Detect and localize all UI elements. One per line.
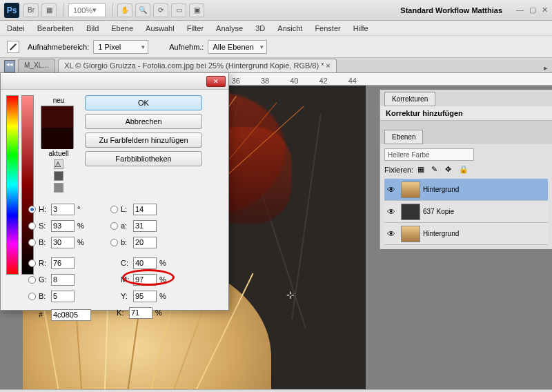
document-tabs: ◂◂ M_XL… XL © Giorgio Gruizza - Fotolia.… xyxy=(0,58,552,73)
dialog-close-button[interactable]: ✕ xyxy=(206,76,226,87)
layer-row-3[interactable]: 👁 Hintergrund xyxy=(384,223,548,245)
sample-size-label: Aufnahmebereich: xyxy=(28,43,89,51)
minibridge-button[interactable]: ▦ xyxy=(41,3,57,17)
a-input[interactable] xyxy=(133,220,157,232)
bridge-button[interactable]: Br xyxy=(23,3,39,17)
r-input[interactable] xyxy=(51,257,75,269)
menu-layer[interactable]: Ebene xyxy=(111,24,133,32)
document-tab-2[interactable]: XL © Giorgio Gruizza - Fotolia.com.jpg b… xyxy=(58,59,337,72)
minimize-icon[interactable]: — xyxy=(516,6,524,14)
menu-analysis[interactable]: Analyse xyxy=(216,24,243,32)
tab-overflow-icon[interactable]: ▸ xyxy=(544,63,548,72)
g-input[interactable] xyxy=(51,274,75,286)
menu-window[interactable]: Fenster xyxy=(315,24,340,32)
dialog-titlebar[interactable]: ✕ xyxy=(1,73,228,90)
visibility-icon[interactable]: 👁 xyxy=(384,207,398,217)
lock-position-icon[interactable]: ✥ xyxy=(445,165,455,175)
layer-thumbnail[interactable] xyxy=(401,182,420,198)
menu-file[interactable]: Datei xyxy=(7,24,25,32)
menu-edit[interactable]: Bearbeiten xyxy=(37,24,74,32)
cube-icon[interactable] xyxy=(54,171,63,181)
eyedropper-icon[interactable] xyxy=(7,41,19,53)
radio-g[interactable] xyxy=(28,276,36,284)
tab-adjustments[interactable]: Korrekturen xyxy=(384,92,435,106)
radio-b-lab[interactable] xyxy=(110,239,118,246)
rotate-view-button[interactable]: ⟳ xyxy=(153,3,168,17)
visibility-icon[interactable]: 👁 xyxy=(384,229,398,239)
current-color-label: aktuell xyxy=(41,150,77,157)
radio-h[interactable] xyxy=(28,206,36,213)
menu-select[interactable]: Auswahl xyxy=(146,24,175,32)
h-input[interactable] xyxy=(51,204,75,215)
lock-transparent-icon[interactable]: ▦ xyxy=(417,165,427,175)
document-tab-1[interactable]: M_XL… xyxy=(18,59,55,72)
b-lab-input[interactable] xyxy=(133,237,157,248)
y-input[interactable] xyxy=(133,291,157,302)
close-icon[interactable]: ✕ xyxy=(542,6,548,14)
color-swatch[interactable] xyxy=(41,106,74,148)
hue-slider[interactable] xyxy=(6,95,19,275)
websafe-icon[interactable] xyxy=(54,183,63,193)
add-swatch-button[interactable]: Zu Farbfeldern hinzufügen xyxy=(85,133,202,148)
color-picker-dialog: ✕ neu aktuell ⚠ OK Abbrechen Zu Farbfeld… xyxy=(0,72,229,311)
warning-icon[interactable]: ⚠ xyxy=(54,159,63,169)
zoom-selector[interactable]: 100% ▾ xyxy=(68,3,106,17)
adjustments-title: Korrektur hinzufügen xyxy=(380,106,552,121)
k-input[interactable] xyxy=(129,307,152,319)
radio-br[interactable] xyxy=(28,239,36,246)
new-color-label: neu xyxy=(41,97,77,104)
cancel-button[interactable]: Abbrechen xyxy=(85,114,202,129)
arrange-button[interactable]: ▭ xyxy=(171,3,186,17)
layer-thumbnail[interactable] xyxy=(401,204,420,220)
visibility-icon[interactable]: 👁 xyxy=(384,185,398,195)
layer-row-1[interactable]: 👁 Hintergrund xyxy=(384,179,548,201)
hex-input[interactable] xyxy=(51,309,91,321)
ok-button[interactable]: OK xyxy=(85,95,202,110)
current-color-swatch xyxy=(41,128,73,149)
br-input[interactable] xyxy=(51,237,75,248)
layer-thumbnail[interactable] xyxy=(401,226,420,242)
menu-view[interactable]: Ansicht xyxy=(277,24,302,32)
lock-pixels-icon[interactable]: ✎ xyxy=(431,165,441,175)
app-titlebar: Ps Br ▦ 100% ▾ ✋ 🔍 ⟳ ▭ ▣ Standard Workfl… xyxy=(0,0,552,21)
tab-close-icon[interactable]: × xyxy=(326,61,330,70)
tab-layers[interactable]: Ebenen xyxy=(384,130,423,144)
radio-s[interactable] xyxy=(28,222,36,230)
blend-mode-dropdown[interactable] xyxy=(384,148,474,161)
photoshop-icon: Ps xyxy=(4,3,19,18)
new-color-swatch xyxy=(41,106,73,128)
lock-label: Fixieren: xyxy=(384,166,413,174)
lock-all-icon[interactable]: 🔒 xyxy=(459,165,469,175)
s-input[interactable] xyxy=(51,220,75,232)
radio-l[interactable] xyxy=(110,206,118,213)
layers-panel: Fixieren: ▦ ✎ ✥ 🔒 👁 Hintergrund 👁 637 Ko… xyxy=(380,144,552,249)
m-input[interactable] xyxy=(133,274,157,286)
menu-3d[interactable]: 3D xyxy=(255,24,265,32)
right-panels: Korrekturen Korrektur hinzufügen Ebenen … xyxy=(379,90,552,249)
workspace-title[interactable]: Standard Workflow Matthias xyxy=(400,6,502,14)
c-input[interactable] xyxy=(133,257,157,269)
menu-image[interactable]: Bild xyxy=(86,24,99,32)
hand-tool-button[interactable]: ✋ xyxy=(117,3,132,17)
color-libraries-button[interactable]: Farbbibliotheken xyxy=(85,151,202,166)
l-input[interactable] xyxy=(133,204,157,215)
sample-layers-label: Aufnehm.: xyxy=(169,43,204,51)
menu-help[interactable]: Hilfe xyxy=(353,24,368,32)
status-bar: 25% | Dok: 28,6 MB/95,3 MB ▸ ◂ xyxy=(0,389,552,392)
maximize-icon[interactable]: ▢ xyxy=(529,6,536,14)
screen-mode-button[interactable]: ▣ xyxy=(189,3,204,17)
b-rgb-input[interactable] xyxy=(51,291,75,302)
radio-b-rgb[interactable] xyxy=(28,293,36,300)
color-value-fields: H:° L: S:% a: B:% b: R: C:% G: M:% B: Y:… xyxy=(28,201,221,321)
layer-row-2[interactable]: 👁 637 Kopie xyxy=(384,201,548,223)
options-bar: Aufnahmebereich: 1 Pixel Aufnehm.: Alle … xyxy=(0,36,552,58)
menu-filter[interactable]: Filter xyxy=(187,24,204,32)
panel-collapse-icon[interactable]: ◂◂ xyxy=(4,60,15,72)
sample-layers-dropdown[interactable]: Alle Ebenen xyxy=(208,40,266,54)
zoom-tool-button[interactable]: 🔍 xyxy=(135,3,150,17)
menu-bar: Datei Bearbeiten Bild Ebene Auswahl Filt… xyxy=(0,21,552,36)
sample-size-dropdown[interactable]: 1 Pixel xyxy=(93,40,148,54)
hex-label: # xyxy=(39,311,51,319)
radio-a[interactable] xyxy=(110,222,118,230)
radio-r[interactable] xyxy=(28,259,36,267)
